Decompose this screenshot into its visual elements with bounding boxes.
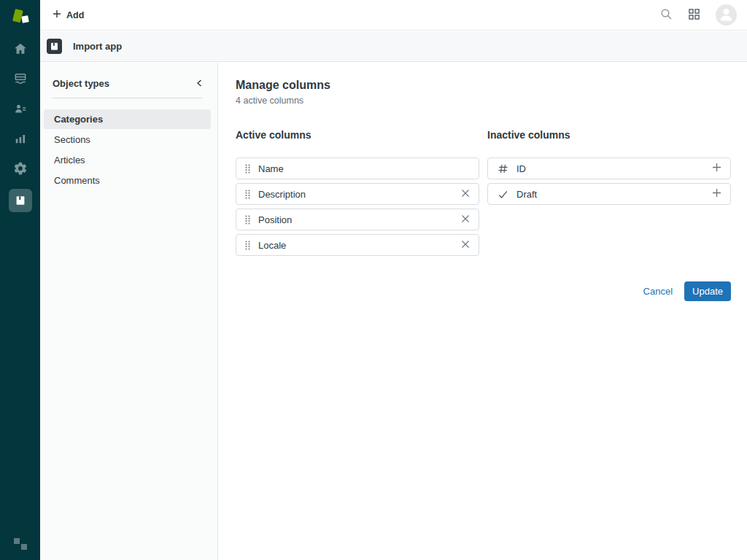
chevron-left-icon <box>196 78 203 89</box>
object-type-articles[interactable]: Articles <box>44 150 211 170</box>
drag-handle-icon[interactable] <box>245 241 250 250</box>
page-subtitle: 4 active columns <box>236 96 747 106</box>
column-label: Name <box>258 163 284 174</box>
inactive-columns-heading: Inactive columns <box>487 129 731 141</box>
main-content: Manage columns 4 active columns Active c… <box>219 63 747 560</box>
column-label: Draft <box>516 189 537 200</box>
drag-handle-icon[interactable] <box>245 164 250 174</box>
sidebar-item-customers[interactable] <box>9 99 31 118</box>
object-types-panel: Object types Categories Sections Article… <box>40 63 218 560</box>
grid-icon <box>689 9 700 22</box>
object-type-categories[interactable]: Categories <box>44 109 211 129</box>
columns-container: Active columns Name <box>236 129 731 256</box>
column-label: Locale <box>258 240 286 251</box>
zendesk-logo <box>0 537 40 551</box>
add-button[interactable]: Add <box>47 5 90 25</box>
close-icon <box>461 240 470 251</box>
remove-column-button[interactable] <box>460 187 471 201</box>
search-button[interactable] <box>660 8 673 23</box>
brand-white-shape <box>21 15 28 23</box>
active-columns-list: Name Description <box>236 158 479 256</box>
sidebar-item-import-app[interactable] <box>9 189 32 212</box>
close-icon <box>461 189 470 200</box>
panel-divider <box>53 98 203 98</box>
plus-icon <box>53 9 61 20</box>
gear-icon <box>13 161 28 176</box>
column-label: ID <box>516 163 526 174</box>
import-app-icon <box>47 39 62 54</box>
brand-green-shape <box>12 9 23 23</box>
drag-handle-icon[interactable] <box>245 215 250 225</box>
object-types-list: Categories Sections Articles Comments <box>44 109 211 190</box>
active-column-row: Description <box>236 183 479 205</box>
sidebar-item-settings[interactable] <box>9 159 31 178</box>
app-title: Import app <box>73 41 122 52</box>
plus-icon <box>712 163 721 174</box>
inactive-columns-list: ID Draft <box>487 158 731 205</box>
product-sidebar <box>0 0 40 560</box>
apps-grid-button[interactable] <box>689 9 700 22</box>
object-type-comments[interactable]: Comments <box>44 171 211 190</box>
update-button[interactable]: Update <box>684 281 731 301</box>
topbar-right <box>660 4 737 26</box>
book-app-icon <box>14 194 27 207</box>
object-types-title: Object types <box>53 78 109 89</box>
sidebar-item-home[interactable] <box>9 39 31 58</box>
active-columns-heading: Active columns <box>236 129 479 141</box>
object-types-header: Object types <box>40 63 217 89</box>
inactive-column-row: ID <box>487 158 731 179</box>
home-icon <box>13 42 28 56</box>
product-logo[interactable] <box>8 6 33 29</box>
collapse-panel-button[interactable] <box>196 78 203 89</box>
drag-handle-icon[interactable] <box>245 190 250 199</box>
topbar: Add <box>40 0 747 31</box>
active-column-row: Name <box>236 158 479 179</box>
hash-number-icon <box>497 163 508 174</box>
search-icon <box>660 8 673 23</box>
add-column-button[interactable] <box>711 161 723 176</box>
close-icon <box>461 214 470 225</box>
sidebar-item-reporting[interactable] <box>9 129 31 148</box>
column-label: Position <box>258 214 292 225</box>
add-column-button[interactable] <box>711 187 723 201</box>
plus-icon <box>712 188 721 200</box>
user-avatar[interactable] <box>716 4 737 26</box>
views-inbox-icon <box>13 71 28 86</box>
reporting-bars-icon <box>13 131 28 146</box>
object-type-sections[interactable]: Sections <box>44 130 211 149</box>
remove-column-button[interactable] <box>460 213 471 227</box>
page-title: Manage columns <box>236 79 747 92</box>
active-column-row: Locale <box>236 234 479 256</box>
cancel-button[interactable]: Cancel <box>643 286 673 297</box>
inactive-column-row: Draft <box>487 183 731 205</box>
remove-column-button[interactable] <box>460 238 471 252</box>
sidebar-nav <box>9 39 32 221</box>
checkmark-icon <box>497 189 508 200</box>
customers-icon <box>13 101 28 116</box>
person-icon <box>716 4 737 26</box>
add-button-label: Add <box>66 10 84 20</box>
active-column-row: Position <box>236 209 479 230</box>
active-columns-section: Active columns Name <box>236 129 479 256</box>
sidebar-item-views[interactable] <box>9 69 31 88</box>
column-label: Description <box>258 189 306 200</box>
inactive-columns-section: Inactive columns ID <box>487 129 731 256</box>
footer-actions: Cancel Update <box>236 281 731 301</box>
app-header: Import app <box>40 31 747 62</box>
